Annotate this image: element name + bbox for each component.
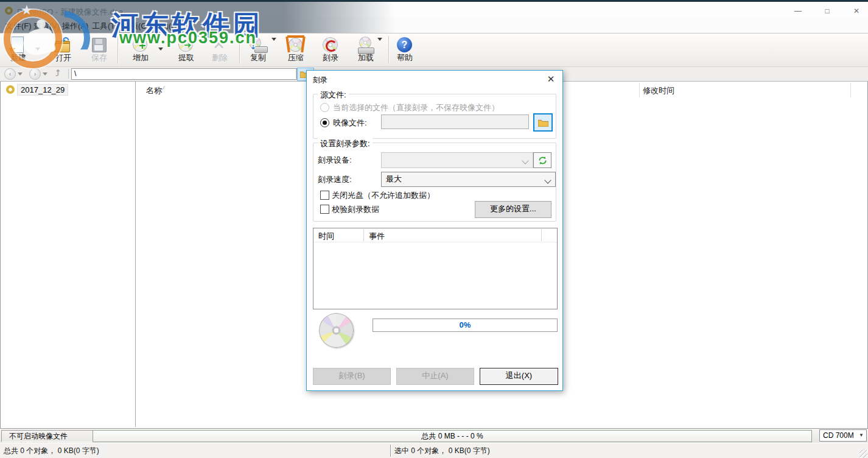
menu-file[interactable]: 文件(F)	[2, 20, 35, 32]
menu-bar: 文件(F) 查看(V) 操作(A) 工具(T) 选项(O) 帮助(H)	[0, 17, 868, 33]
column-divider[interactable]	[850, 83, 851, 97]
cd-disc-icon	[319, 313, 354, 348]
log-header-underline	[313, 242, 557, 242]
refresh-icon	[538, 156, 547, 165]
menu-tools[interactable]: 工具(T)	[89, 20, 121, 32]
speed-select[interactable]: 最大	[381, 172, 556, 187]
log-column-time[interactable]: 时间	[318, 231, 334, 242]
title-bar: PowerISO - 新建映像文件.daa — □ ✕	[0, 2, 868, 17]
media-dropdown-caret-icon: ▼	[859, 430, 864, 441]
close-button[interactable]: ✕	[847, 6, 866, 16]
dialog-title: 刻录	[313, 75, 327, 85]
more-settings-button[interactable]: 更多的设置...	[475, 201, 551, 218]
column-header-name[interactable]: 名称	[146, 85, 162, 96]
abort-button: 中止(A)	[396, 368, 474, 385]
selected-objects-text: 选中 0 个对象， 0 KB(0 字节)	[394, 446, 490, 456]
status-bar: 不可启动映像文件 总共 0 MB - - - 0 % CD 700M ▼	[0, 428, 868, 443]
menu-view[interactable]: 查看(V)	[30, 20, 63, 32]
radio-current-file-label: 当前选择的文件（直接刻录，不保存映像文件）	[333, 102, 499, 113]
close-disc-checkbox[interactable]	[320, 191, 329, 200]
forward-button[interactable]: ›	[29, 68, 41, 80]
up-level-icon[interactable]: ⤴	[55, 68, 60, 78]
chevron-down-icon	[522, 157, 528, 164]
forward-dropdown-arrow[interactable]	[43, 72, 47, 76]
burn-dialog: 刻录 ✕ 源文件: 当前选择的文件（直接刻录，不保存映像文件） 映像文件: 设置…	[306, 70, 563, 391]
poweriso-app-icon	[5, 7, 13, 15]
resize-grip[interactable]	[859, 450, 867, 458]
burn-progress-bar: 0%	[373, 319, 558, 332]
panel-splitter[interactable]	[135, 82, 136, 427]
radio-current-file	[320, 103, 329, 112]
column-divider[interactable]	[639, 83, 640, 97]
exit-button[interactable]: 退出(X)	[480, 368, 558, 385]
verify-data-label[interactable]: 校验刻录数据	[332, 204, 379, 215]
toolbar-button-help[interactable]: ? 帮助	[390, 35, 419, 65]
address-separator	[68, 69, 69, 79]
status-divider	[390, 445, 391, 457]
poweriso-window: PowerISO - 新建映像文件.daa — □ ✕ 文件(F) 查看(V) …	[0, 0, 868, 458]
image-file-input[interactable]	[381, 114, 529, 129]
radio-image-file[interactable]	[320, 118, 329, 127]
menu-options[interactable]: 选项(O)	[119, 20, 153, 32]
path-input[interactable]: \	[71, 68, 297, 80]
toolbar-separator	[388, 36, 389, 64]
close-disc-label[interactable]: 关闭光盘（不允许追加数据）	[332, 190, 435, 201]
toolbar-button-copy[interactable]: ⇣ 复制	[243, 35, 273, 65]
toolbar-button-extract[interactable]: ➜ 提取	[172, 35, 201, 65]
toolbar-button-burn[interactable]: 刻录	[316, 35, 345, 65]
bootable-status: 不可启动映像文件	[1, 430, 100, 442]
selection-status-bar: 总共 0 个对象， 0 KB(0 字节) 选中 0 个对象， 0 KB(0 字节…	[0, 443, 868, 458]
toolbar-button-delete: ✕ 删除	[205, 35, 234, 65]
speed-label: 刻录速度:	[318, 174, 352, 185]
capacity-meter: 总共 0 MB - - - 0 %	[93, 430, 812, 442]
burn-log-table: 时间 事件	[313, 228, 558, 309]
address-separator	[296, 69, 296, 79]
toolbar-button-mount[interactable]: 加载	[351, 35, 380, 65]
toolbar-separator	[239, 36, 240, 64]
copy-dropdown-arrow[interactable]	[271, 38, 276, 41]
window-title: PowerISO - 新建映像文件.daa	[17, 7, 123, 18]
refresh-devices-button[interactable]	[533, 152, 551, 168]
dialog-close-icon[interactable]: ✕	[544, 73, 558, 85]
folder-icon	[538, 119, 548, 127]
source-group-label: 源文件:	[318, 90, 349, 100]
burn-button: 刻录(B)	[313, 368, 391, 385]
toolbar: ★ 新建 ↶ 打开 保存 + 增加 ➜	[0, 33, 868, 67]
toolbar-button-add[interactable]: + 增加	[126, 35, 155, 65]
toolbar-button-open[interactable]: ↶ 打开	[49, 35, 78, 65]
chevron-down-icon	[544, 177, 551, 183]
toolbar-separator	[117, 36, 118, 64]
back-dropdown-arrow[interactable]	[18, 72, 23, 76]
log-column-event[interactable]: 事件	[369, 231, 385, 242]
browse-image-button[interactable]	[533, 113, 553, 132]
media-type-value: CD 700M	[823, 431, 854, 440]
toolbar-button-save: 保存	[85, 35, 114, 65]
sort-ascending-icon: ∕	[163, 85, 164, 91]
column-header-modified[interactable]: 修改时间	[643, 85, 674, 96]
speed-value: 最大	[386, 174, 402, 183]
verify-data-checkbox[interactable]	[320, 205, 329, 214]
mount-dropdown-arrow[interactable]	[377, 38, 382, 41]
device-label: 刻录设备:	[318, 155, 352, 166]
log-column-divider[interactable]	[363, 229, 364, 241]
toolbar-button-new[interactable]: ★ 新建	[4, 35, 33, 65]
sidebar-item-image-root[interactable]: 2017_12_29	[17, 84, 68, 96]
radio-image-file-label[interactable]: 映像文件:	[333, 118, 367, 129]
log-column-divider[interactable]	[541, 229, 542, 241]
params-group-label: 设置刻录参数:	[318, 138, 373, 149]
disc-image-icon	[6, 85, 15, 94]
total-objects-text: 总共 0 个对象， 0 KB(0 字节)	[4, 446, 99, 456]
toolbar-button-compress[interactable]: 压缩	[281, 35, 310, 65]
device-select	[381, 152, 533, 168]
menu-action[interactable]: 操作(A)	[59, 20, 91, 32]
back-button[interactable]: ‹	[4, 68, 16, 80]
media-type-dropdown[interactable]: CD 700M ▼	[819, 429, 867, 442]
new-dropdown-arrow[interactable]	[35, 48, 40, 51]
minimize-button[interactable]: —	[789, 6, 807, 16]
add-dropdown-arrow[interactable]	[158, 48, 163, 51]
menu-help[interactable]: 帮助(H)	[150, 20, 183, 32]
maximize-button[interactable]: □	[818, 6, 836, 16]
